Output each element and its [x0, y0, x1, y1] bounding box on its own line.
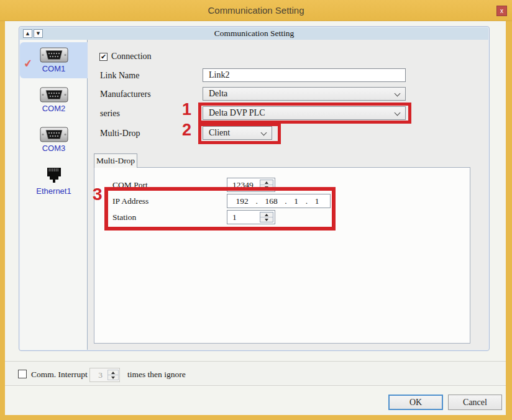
window-titlebar: Communication Setting: [0, 0, 512, 21]
serial-port-icon: [40, 87, 68, 103]
stepper-up-button[interactable]: [260, 180, 273, 185]
com-port-stepper[interactable]: [260, 180, 273, 190]
serial-port-icon: [40, 47, 68, 63]
window-title: Communication Setting: [0, 0, 512, 21]
sidebar-item-label: COM3: [20, 144, 88, 153]
chevron-down-icon: [395, 91, 401, 97]
port-sidebar: ✔ COM1: [20, 40, 88, 350]
annotation-step-2: 2: [182, 121, 191, 140]
station-value: 1: [232, 212, 237, 222]
communication-setting-group: ▲ ▼ Communication Setting ✔: [19, 26, 490, 351]
sidebar-item-label: COM2: [20, 104, 88, 113]
stepper-up-button: [108, 370, 118, 375]
comm-interrupt-bar: Comm. Interrupt 3 times then ignore: [5, 361, 506, 386]
close-button[interactable]: x: [496, 6, 507, 16]
connection-checkbox[interactable]: ✔: [99, 53, 107, 61]
sidebar-item-com2[interactable]: COM2: [20, 82, 88, 118]
sidebar-item-com1[interactable]: ✔ COM1: [20, 42, 88, 78]
group-header: ▲ ▼ Communication Setting: [20, 27, 488, 40]
ip-octet-1: 192: [236, 194, 249, 208]
triangle-up-icon: [265, 214, 268, 216]
manufacturers-value: Delta: [209, 89, 227, 98]
ip-separator: .: [306, 194, 308, 208]
comm-interrupt-count-stepper: 3: [89, 368, 120, 382]
series-label: series: [100, 109, 120, 119]
triangle-down-icon: ▼: [37, 31, 40, 36]
annotation-step-3: 3: [93, 185, 103, 204]
manufacturers-label: Manufacturers: [100, 89, 151, 99]
sidebar-item-label: Ethernet1: [20, 186, 88, 196]
group-title: Communication Setting: [20, 27, 488, 40]
ip-separator: .: [255, 194, 257, 208]
link-name-label: Link Name: [100, 71, 139, 81]
ok-button[interactable]: OK: [388, 395, 443, 410]
move-down-button[interactable]: ▼: [34, 29, 43, 38]
comm-interrupt-suffix: times then ignore: [127, 370, 186, 380]
comm-interrupt-stepper-buttons: [107, 370, 119, 380]
triangle-down-icon: [265, 219, 268, 221]
stepper-down-button: [108, 375, 118, 380]
triangle-up-icon: ▲: [26, 31, 29, 36]
multi-drop-label: Multi-Drop: [100, 129, 140, 139]
ip-separator: .: [285, 194, 286, 208]
comm-interrupt-checkbox[interactable]: [18, 370, 27, 378]
chevron-down-icon: [395, 110, 401, 116]
triangle-up-icon: [265, 181, 268, 184]
stepper-up-button[interactable]: [260, 212, 273, 217]
station-stepper[interactable]: [260, 212, 273, 222]
manufacturers-dropdown[interactable]: Delta: [203, 87, 406, 101]
cancel-button[interactable]: Cancel: [448, 395, 502, 410]
communication-setting-dialog: Communication Setting x ▲ ▼ Communicatio…: [0, 0, 512, 420]
ethernet-port-icon: [45, 167, 63, 185]
triangle-down-icon: [265, 186, 268, 189]
group-content: ✔ COM1: [20, 40, 488, 350]
comm-interrupt-count-value: 3: [98, 370, 103, 380]
stepper-down-button[interactable]: [260, 217, 273, 222]
link-name-input[interactable]: [203, 68, 406, 82]
close-icon: x: [500, 7, 503, 14]
checkmark-icon: ✔: [101, 53, 106, 61]
series-dropdown[interactable]: Delta DVP PLC: [203, 106, 406, 120]
multi-drop-dropdown[interactable]: Client: [203, 126, 272, 140]
serial-port-icon: [40, 127, 68, 142]
selected-check-icon: ✔: [23, 57, 34, 70]
ip-octet-2: 168: [265, 194, 277, 208]
stepper-down-button[interactable]: [260, 185, 273, 189]
ip-address-label: IP Address: [112, 196, 149, 206]
chevron-down-icon: [261, 130, 267, 136]
multi-drop-value: Client: [209, 128, 230, 137]
ip-address-field[interactable]: 192 . 168 . 1 . 1: [227, 194, 331, 208]
triangle-up-icon: [111, 372, 115, 374]
ip-octet-3: 1: [294, 194, 298, 208]
series-value: Delta DVP PLC: [209, 108, 265, 117]
com-port-value: 12349: [232, 180, 254, 189]
comm-interrupt-label: Comm. Interrupt: [31, 370, 88, 380]
com-port-field[interactable]: 12349: [227, 178, 275, 192]
move-up-button[interactable]: ▲: [23, 29, 32, 38]
ip-octet-4: 1: [315, 194, 319, 208]
station-label: Station: [112, 212, 136, 222]
station-field[interactable]: 1: [227, 210, 275, 224]
annotation-step-1: 1: [182, 100, 191, 119]
sidebar-item-ethernet1[interactable]: Ethernet1: [20, 162, 88, 198]
triangle-down-icon: [111, 377, 115, 379]
com-port-label: COM Port: [112, 180, 148, 190]
tab-multi-drop[interactable]: Multi-Drop: [94, 153, 137, 168]
sidebar-item-com3[interactable]: COM3: [20, 122, 88, 158]
connection-label: Connection: [111, 52, 152, 62]
